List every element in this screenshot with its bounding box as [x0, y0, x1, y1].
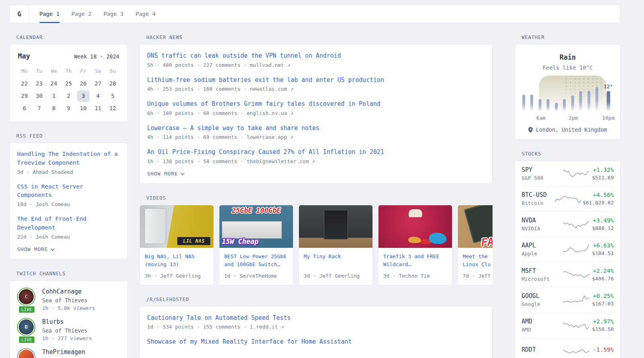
page-tab[interactable]: Page 4 — [136, 5, 156, 23]
location-pin-icon — [528, 127, 533, 133]
video-meta: 1d · ServeTheHome — [224, 273, 288, 279]
stock-row[interactable]: NVDA NVIDIA +3.49% $888.12 — [522, 212, 614, 237]
calendar-day[interactable]: 30 — [33, 90, 45, 102]
calendar-day[interactable]: 11 — [92, 103, 104, 114]
time-label: 6am — [536, 115, 545, 121]
rss-item-title[interactable]: CSS in React Server Components — [17, 183, 120, 200]
channel-name[interactable]: CohhCarnage — [42, 288, 95, 295]
reddit-post: Showcase of my Mixed Reality Interface f… — [147, 337, 485, 346]
hacker-news-show-more-button[interactable]: SHOW MORE — [147, 170, 185, 177]
video-thumbnail[interactable] — [299, 205, 372, 248]
stock-row[interactable]: AMD AMD +2.97% $150.50 — [522, 313, 614, 338]
reddit-post-title[interactable]: Cautionary Tale on Automated Speed Tests — [147, 313, 485, 323]
reddit-post-source-link[interactable]: i.redd.it ↗ — [250, 324, 284, 330]
rss-item-title[interactable]: Handling The Indentation of a Treeview C… — [17, 150, 120, 167]
news-item-source-link[interactable]: mullvad.net ↗ — [250, 62, 290, 68]
chevron-down-icon — [180, 173, 185, 175]
video-thumbnail[interactable]: FAS — [458, 205, 493, 248]
calendar-day[interactable]: 28 — [107, 78, 119, 90]
calendar-day[interactable]: 23 — [33, 78, 45, 90]
stock-row[interactable]: GOOGL Google +0.25% $167.03 — [522, 288, 614, 313]
channel-name[interactable]: Blurbs — [42, 318, 92, 325]
reddit-post-title[interactable]: Showcase of my Mixed Reality Interface f… — [147, 337, 485, 346]
calendar-day[interactable]: 3 — [77, 90, 89, 102]
stock-row[interactable]: AAPL Apple +6.63% $184.51 — [522, 237, 614, 263]
video-title[interactable]: My Tiny Rack — [304, 253, 368, 269]
video-thumbnail[interactable]: LIL NAS — [140, 205, 213, 248]
calendar-day[interactable]: 22 — [18, 78, 31, 90]
video-title[interactable]: Big NAS, Lil NAS (moving 13) — [145, 253, 209, 269]
calendar-day[interactable]: 29 — [18, 90, 31, 102]
selfhosted-widget: Cautionary Tale on Automated Speed Tests… — [140, 306, 493, 358]
channel-game[interactable]: Sea of Thieves — [42, 327, 92, 334]
news-item-title[interactable]: Lithium-free sodium batteries exit the l… — [147, 76, 485, 85]
news-item-meta: 4h · 253 points · 160 comments · newatla… — [147, 86, 485, 92]
calendar-day[interactable]: 7 — [33, 103, 45, 114]
calendar-day[interactable]: 25 — [62, 78, 75, 90]
thumbnail-text-top: 25GbE 100GbE — [219, 206, 293, 214]
news-item-meta: 5h · 480 points · 227 comments · mullvad… — [147, 62, 485, 68]
stock-sparkline — [563, 242, 589, 257]
video-thumbnail[interactable]: 25GbE 100GbE 15W Cheap — [219, 205, 293, 248]
calendar-day[interactable]: 2 — [62, 90, 75, 102]
channel-avatar[interactable] — [17, 348, 35, 358]
news-item-title[interactable]: An Oil Price-Fixing Conspiracy Caused 27… — [147, 148, 485, 157]
stock-name: Apple — [522, 251, 563, 257]
video-card: My Tiny Rack 3d · Jeff Geerling — [299, 205, 373, 285]
stock-row[interactable]: BTC-USD Bitcoin +4.56% $61,820.02 — [522, 187, 614, 212]
video-card: Traefik 3 and FREE Wildcard… 3d · Techno… — [378, 205, 452, 285]
stock-name: Bitcoin — [522, 200, 555, 206]
stock-row[interactable]: MSFT Microsoft +2.24% $406.76 — [522, 262, 614, 288]
external-link-icon: ↗ — [287, 62, 290, 68]
channel-name[interactable]: ThePrimeagen — [42, 348, 85, 356]
rss-show-more-button[interactable]: SHOW MORE — [17, 245, 55, 252]
channel-game[interactable]: Sea of Thieves — [42, 297, 95, 304]
calendar-day[interactable]: 10 — [77, 103, 89, 114]
stock-symbol: MSFT — [522, 267, 563, 274]
news-item-title[interactable]: Unique volumes of Brothers Grimm fairy t… — [147, 99, 485, 109]
weather-hour-bar — [547, 97, 549, 111]
news-item-title[interactable]: DNS traffic can leak outside the VPN tun… — [147, 51, 485, 60]
stock-row[interactable]: SPY S&P 500 +1.32% $511.69 — [522, 161, 614, 187]
app-logo[interactable]: G — [10, 5, 29, 23]
rss-item-meta: 18d · Josh Comeau — [17, 201, 120, 207]
calendar-day[interactable]: 4 — [92, 90, 104, 102]
news-item-title[interactable]: Lowercase – A simple way to take and sha… — [147, 124, 485, 133]
stock-name: NVIDIA — [522, 226, 563, 232]
news-item: An Oil Price-Fixing Conspiracy Caused 27… — [147, 148, 485, 164]
rss-item-title[interactable]: The End of Front-End Development — [17, 215, 120, 232]
stock-price: $888.12 — [592, 225, 614, 231]
page-tab[interactable]: Page 1 — [39, 5, 60, 23]
news-item-source-link[interactable]: english.nv.ua ↗ — [246, 110, 293, 116]
weather-hourly-chart: 12° 6am 2pm 10pm — [522, 74, 614, 122]
video-title[interactable]: Traefik 3 and FREE Wildcard… — [383, 253, 447, 269]
calendar-day[interactable]: 12 — [107, 103, 119, 114]
weekday-label: Sa — [91, 66, 105, 78]
calendar-day[interactable]: 27 — [92, 78, 104, 90]
stock-row[interactable]: RDDT -1.59% — [522, 338, 614, 358]
video-thumbnail[interactable] — [378, 205, 452, 248]
weekday-label: Tu — [32, 66, 47, 78]
news-item-source-link[interactable]: newatlas.com ↗ — [250, 86, 293, 92]
video-meta: 7d · Jeff — [463, 273, 493, 279]
page-tab[interactable]: Page 3 — [103, 5, 124, 23]
page-tab[interactable]: Page 2 — [72, 5, 92, 23]
news-item-source-link[interactable]: thebignewsletter.com ↗ — [246, 158, 315, 164]
calendar-day[interactable]: 9 — [62, 103, 75, 114]
calendar-day[interactable]: 8 — [48, 103, 60, 114]
calendar-day[interactable]: 5 — [107, 90, 119, 102]
video-title[interactable]: Meet the Linux Clu — [463, 253, 493, 269]
calendar-day[interactable]: 1 — [48, 90, 60, 102]
channel-avatar[interactable]: B — [17, 318, 35, 336]
weather-hour-bar — [588, 89, 590, 111]
hacker-news-section-title: HACKER NEWS — [146, 34, 493, 40]
news-item-source-link[interactable]: lowercase.app ↗ — [246, 134, 293, 140]
channel-avatar[interactable]: C — [17, 288, 35, 306]
calendar-day[interactable]: 6 — [18, 103, 31, 114]
calendar-day[interactable]: 26 — [77, 78, 89, 90]
stock-symbol: GOOGL — [522, 292, 563, 300]
calendar-day[interactable]: 24 — [48, 78, 60, 90]
video-title[interactable]: BEST Low Power 25GbE and 100GbE Switch… — [224, 253, 288, 269]
weather-widget: Rain Feels like 10°C — [515, 44, 621, 140]
video-card: LIL NAS Big NAS, Lil NAS (moving 13) 3h … — [140, 205, 214, 285]
